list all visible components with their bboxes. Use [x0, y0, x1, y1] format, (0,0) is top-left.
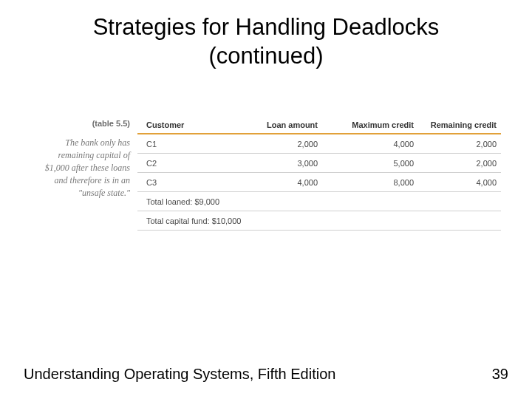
figure: (table 5.5) The bank only has remaining …	[34, 117, 501, 231]
cell-loan: 3,000	[226, 159, 322, 168]
table-caption: (table 5.5) The bank only has remaining …	[34, 117, 137, 199]
cell-max: 5,000	[322, 159, 418, 168]
footer-text: Understanding Operating Systems, Fifth E…	[24, 366, 335, 383]
table-row: C3 4,000 8,000 4,000	[137, 173, 501, 192]
cell-customer: C1	[137, 140, 226, 149]
cell-max: 8,000	[322, 178, 418, 187]
title-line-1: Strategies for Handling Deadlocks	[93, 14, 440, 40]
cell-max: 4,000	[322, 140, 418, 149]
page-number: 39	[492, 366, 508, 383]
table-header-row: Customer Loan amount Maximum credit Rema…	[137, 117, 501, 134]
total-fund-row: Total capital fund: $10,000	[137, 211, 501, 231]
cell-remain: 4,000	[418, 178, 501, 187]
bank-table: Customer Loan amount Maximum credit Rema…	[137, 117, 501, 231]
total-loaned-row: Total loaned: $9,000	[137, 192, 501, 211]
total-fund: Total capital fund: $10,000	[137, 216, 245, 225]
table-row: C1 2,000 4,000 2,000	[137, 134, 501, 154]
cell-remain: 2,000	[418, 159, 501, 168]
table-row: C2 3,000 5,000 2,000	[137, 154, 501, 173]
cell-remain: 2,000	[418, 140, 501, 149]
col-max: Maximum credit	[322, 120, 418, 129]
cell-loan: 4,000	[226, 178, 322, 187]
table-label: (table 5.5)	[34, 118, 130, 129]
cell-customer: C3	[137, 178, 226, 187]
slide: Strategies for Handling Deadlocks (conti…	[0, 0, 532, 399]
col-loan: Loan amount	[226, 120, 322, 129]
caption-text: The bank only has remaining capital of $…	[45, 137, 130, 197]
cell-customer: C2	[137, 159, 226, 168]
cell-loan: 2,000	[226, 140, 322, 149]
col-customer: Customer	[137, 120, 226, 129]
col-remain: Remaining credit	[418, 120, 501, 129]
slide-title: Strategies for Handling Deadlocks (conti…	[0, 13, 532, 71]
title-line-2: (continued)	[208, 43, 323, 69]
total-loaned: Total loaned: $9,000	[137, 197, 224, 206]
